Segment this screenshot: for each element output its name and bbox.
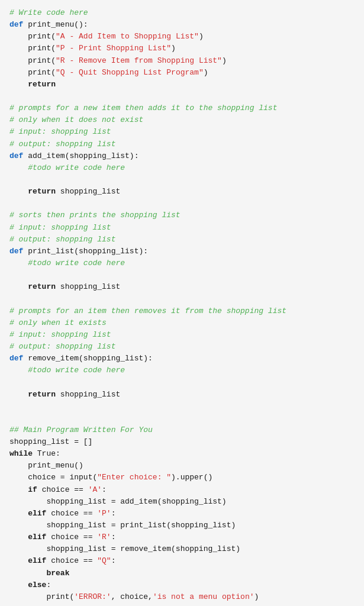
code-token: print	[28, 44, 51, 53]
code-token	[9, 282, 28, 291]
code-token: ## Main Program Written For You	[9, 426, 153, 434]
code-token: (	[51, 68, 56, 77]
code-token: ).upper()	[171, 473, 212, 482]
code-line: print("Q - Quit Shopping List Program")	[9, 67, 355, 79]
code-token	[9, 366, 28, 375]
code-token: def	[9, 152, 28, 160]
blank-line	[9, 91, 355, 102]
code-token: choice =	[9, 473, 69, 482]
code-token: return	[28, 187, 56, 196]
code-token: # only when it does not exist	[9, 115, 143, 124]
code-token: # output: shopping list	[9, 235, 115, 244]
code-line: if choice == 'A':	[9, 484, 355, 496]
code-line: else:	[9, 579, 355, 591]
code-line: return shopping_list	[9, 389, 355, 401]
code-line: ## Main Program Written For You	[9, 424, 355, 436]
code-token: elif	[28, 556, 46, 565]
code-line: print("A - Add Item to Shopping List")	[9, 31, 355, 43]
code-token: (shopping_list):	[79, 354, 153, 363]
code-line: # Write code here	[9, 7, 355, 19]
code-token	[9, 56, 28, 65]
code-token: 'R'	[97, 533, 111, 541]
code-token	[9, 556, 28, 565]
code-token: :	[102, 485, 107, 494]
code-line: def remove_item(shopping_list):	[9, 353, 355, 365]
code-line: def print_list(shopping_list):	[9, 246, 355, 257]
code-token: print_list	[28, 247, 74, 256]
code-token: )	[199, 32, 204, 41]
code-line: shopping_list = print_list(shopping_list…	[9, 520, 355, 531]
code-token: 'ERROR:'	[74, 592, 111, 601]
code-token: # prompts for a new item then adds it to…	[9, 104, 277, 112]
code-line: # output: shopping list	[9, 341, 355, 353]
code-token: shopping_list = print_list(shopping_list…	[9, 521, 236, 530]
code-token: :	[111, 556, 116, 565]
code-token: "P - Print Shopping List"	[56, 44, 171, 53]
code-token: #todo write code here	[28, 366, 125, 375]
code-token	[9, 509, 28, 518]
code-token: def	[9, 20, 28, 29]
code-token: # input: shopping list	[9, 330, 111, 339]
code-token: # input: shopping list	[9, 127, 111, 136]
code-token	[9, 533, 28, 541]
code-token: (shopping_list):	[65, 152, 139, 160]
code-token: (	[51, 44, 56, 53]
code-line: return	[9, 79, 355, 91]
code-token: if	[28, 485, 37, 494]
code-line: print_menu()	[9, 460, 355, 472]
code-line: elif choice == "Q":	[9, 555, 355, 567]
code-line: # input: shopping list	[9, 126, 355, 138]
code-token: )	[255, 592, 259, 601]
code-token	[9, 485, 28, 494]
code-token: :	[111, 533, 116, 541]
code-token: (shopping_list):	[74, 247, 148, 256]
code-token: print(	[46, 592, 74, 601]
code-token: return	[28, 282, 56, 291]
blank-line	[9, 293, 355, 305]
code-line: # only when it exists	[9, 317, 355, 329]
code-token	[9, 80, 28, 89]
blank-line	[9, 269, 355, 281]
code-token: "Q - Quit Shopping List Program"	[56, 68, 204, 77]
code-line: elif choice == 'P':	[9, 508, 355, 520]
code-line: #todo write code here	[9, 162, 355, 174]
code-token: shopping_list = remove_item(shopping_lis…	[9, 544, 240, 553]
code-line: # prompts for an item then removes it fr…	[9, 305, 355, 317]
code-token: # input: shopping list	[9, 223, 111, 232]
code-token	[9, 390, 28, 399]
code-token	[9, 68, 28, 77]
code-token: shopping_list	[56, 390, 120, 399]
code-token: shopping_list	[56, 187, 120, 196]
code-token: return	[28, 390, 56, 399]
code-line: # prompts for a new item then adds it to…	[9, 102, 355, 114]
code-line: shopping_list = []	[9, 436, 355, 448]
code-token: 'is not a menu option'	[153, 592, 255, 601]
code-line: choice = input("Enter choice: ").upper()	[9, 472, 355, 483]
code-token: (	[51, 32, 56, 41]
code-line: while True:	[9, 448, 355, 460]
code-token: (	[51, 56, 56, 65]
code-token: ():	[74, 20, 88, 29]
code-token: # prompts for an item then removes it fr…	[9, 307, 286, 315]
code-token: print_menu()	[9, 461, 83, 470]
code-line: def add_item(shopping_list):	[9, 150, 355, 162]
code-token: def	[9, 354, 28, 363]
code-token: choice ==	[46, 509, 97, 518]
code-token: "Q"	[97, 556, 111, 565]
code-line: #todo write code here	[9, 365, 355, 376]
code-token: elif	[28, 533, 46, 541]
code-line: # sorts then prints the shopping list	[9, 209, 355, 221]
code-line: def print_menu():	[9, 19, 355, 31]
code-line: # output: shopping list	[9, 234, 355, 246]
blank-line	[9, 174, 355, 186]
code-token	[9, 32, 28, 41]
code-line: # output: shopping list	[9, 138, 355, 150]
code-token: # only when it exists	[9, 318, 107, 327]
blank-line	[9, 376, 355, 388]
code-token: "R - Remove Item from Shopping List"	[56, 56, 222, 65]
code-token: remove_item	[28, 354, 79, 363]
code-token: while	[9, 449, 33, 458]
code-token: # output: shopping list	[9, 342, 115, 351]
code-token	[9, 163, 28, 172]
code-line: break	[9, 568, 355, 579]
